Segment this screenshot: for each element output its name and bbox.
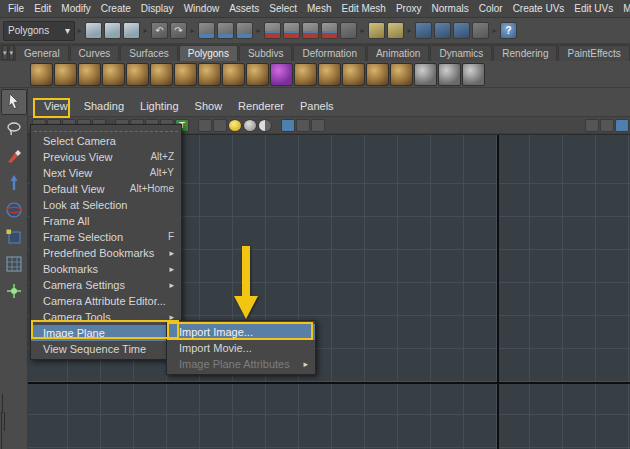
shelf-tab-painteffects[interactable]: PaintEffects (558, 45, 629, 61)
select-object-icon[interactable] (217, 22, 234, 39)
statusline-divider[interactable]: ▸ (75, 21, 84, 41)
shelf-tab-subdivs[interactable]: Subdivs (239, 45, 293, 61)
snap-to-view-plane-icon[interactable] (321, 22, 338, 39)
combine-icon[interactable] (390, 63, 413, 86)
move-tool[interactable] (1, 170, 27, 196)
menu-item-color[interactable]: Color (474, 3, 508, 14)
submenu-item-import-movie[interactable]: Import Movie... (167, 340, 315, 356)
panel-menu-view[interactable]: View (36, 100, 76, 112)
polygon-pipe-icon[interactable] (222, 63, 245, 86)
single-pane-layout-button[interactable] (1, 394, 3, 431)
menu-item-mesh[interactable]: Mesh (302, 3, 336, 14)
panel-menu-show[interactable]: Show (187, 100, 231, 112)
shelf-tab-curves[interactable]: Curves (70, 45, 120, 61)
polygon-pyramid-icon[interactable] (198, 63, 221, 86)
polygon-cylinder-icon[interactable] (78, 63, 101, 86)
shelf-tab-polygons[interactable]: Polygons (179, 45, 238, 61)
shelf-menu-icon[interactable]: ▾ (9, 45, 15, 60)
statusline-divider[interactable]: ▸ (254, 21, 263, 41)
list-input-connections-icon[interactable] (387, 22, 404, 39)
separate-icon[interactable] (414, 63, 437, 86)
menu-set-dropdown[interactable]: Polygons ▾ (3, 21, 75, 41)
select-hierarchy-icon[interactable] (198, 22, 215, 39)
undo-icon[interactable]: ↶ (151, 22, 168, 39)
shaded-mode-icon[interactable] (213, 119, 227, 132)
field-chart-icon[interactable] (296, 119, 310, 132)
statusline-divider[interactable]: ▸ (141, 21, 150, 41)
shelf-tab-dynamics[interactable]: Dynamics (430, 45, 492, 61)
wireframe-icon[interactable] (198, 119, 212, 132)
snap-to-grid-icon[interactable] (264, 22, 281, 39)
menu-item-select-camera[interactable]: Select Camera (31, 133, 181, 149)
menu-tearoff-handle[interactable] (34, 125, 178, 132)
ipr-render-icon[interactable] (453, 22, 470, 39)
polygon-sphere-icon[interactable] (30, 63, 53, 86)
menu-item-proxy[interactable]: Proxy (391, 3, 427, 14)
statusline-divider[interactable]: ▸ (358, 21, 367, 41)
menu-item-predefined-bookmarks[interactable]: Predefined Bookmarks ▸ (31, 245, 181, 261)
quick-help-icon[interactable]: ? (500, 22, 517, 39)
panel-menu-shading[interactable]: Shading (76, 100, 132, 112)
submenu-item-import-image[interactable]: Import Image... (167, 324, 315, 340)
menu-item-frame-selection[interactable]: Frame Selection F (31, 229, 181, 245)
menu-item-camera-attribute-editor[interactable]: Camera Attribute Editor... (31, 293, 181, 309)
scale-tool[interactable] (1, 224, 27, 250)
menu-item-next-view[interactable]: Next View Alt+Y (31, 165, 181, 181)
menu-item-view-sequence-time[interactable]: View Sequence Time (31, 341, 181, 357)
polygon-plane-icon[interactable] (126, 63, 149, 86)
menu-item-create-uvs[interactable]: Create UVs (508, 3, 570, 14)
render-settings-icon[interactable] (472, 22, 489, 39)
menu-item-previous-view[interactable]: Previous View Alt+Z (31, 149, 181, 165)
polygon-cone-icon[interactable] (102, 63, 125, 86)
menu-item-bookmarks[interactable]: Bookmarks ▸ (31, 261, 181, 277)
paint-selection-tool[interactable] (1, 143, 27, 169)
menu-item-edit-mesh[interactable]: Edit Mesh (336, 3, 390, 14)
xray-icon[interactable] (258, 119, 272, 132)
menu-item-edit-uvs[interactable]: Edit UVs (569, 3, 618, 14)
menu-item-assets[interactable]: Assets (224, 3, 264, 14)
panel-menu-lighting[interactable]: Lighting (132, 100, 187, 112)
make-live-icon[interactable] (340, 22, 357, 39)
menu-item-image-plane[interactable]: Image Plane ▸ (31, 325, 181, 341)
menu-item-modify[interactable]: Modify (56, 3, 95, 14)
shelf-tab-deformation[interactable]: Deformation (293, 45, 365, 61)
select-component-icon[interactable] (236, 22, 253, 39)
universal-manipulator-tool[interactable] (1, 251, 27, 277)
panel-menu-renderer[interactable]: Renderer (230, 100, 292, 112)
shelf-tabs-menu-icon[interactable]: ▾ (2, 45, 8, 60)
menu-item-camera-settings[interactable]: Camera Settings ▸ (31, 277, 181, 293)
panel-menu-panels[interactable]: Panels (292, 100, 342, 112)
menu-item-muscle[interactable]: Muscle (618, 3, 630, 14)
open-scene-icon[interactable] (104, 22, 121, 39)
open-render-view-icon[interactable] (415, 22, 432, 39)
save-scene-icon[interactable] (123, 22, 140, 39)
uv-texture-icon[interactable] (270, 63, 293, 86)
redo-icon[interactable]: ↷ (170, 22, 187, 39)
menu-item-window[interactable]: Window (179, 3, 225, 14)
statusline-divider[interactable]: ▸ (490, 21, 499, 41)
shelf-tab-animation[interactable]: Animation (367, 45, 429, 61)
render-current-frame-icon[interactable] (434, 22, 451, 39)
menu-item-look-at-selection[interactable]: Look at Selection (31, 197, 181, 213)
snap-to-curve-icon[interactable] (283, 22, 300, 39)
menu-item-display[interactable]: Display (136, 3, 179, 14)
menu-item-select[interactable]: Select (264, 3, 302, 14)
menu-item-create[interactable]: Create (96, 3, 136, 14)
menu-item-normals[interactable]: Normals (427, 3, 474, 14)
polygon-prism-icon[interactable] (174, 63, 197, 86)
bridge-icon[interactable] (366, 63, 389, 86)
channel-box-toggle-icon[interactable] (615, 119, 629, 132)
use-all-lights-icon[interactable] (228, 119, 242, 132)
layers-toggle-icon[interactable] (600, 119, 614, 132)
shelf-tab-rendering[interactable]: Rendering (493, 45, 557, 61)
statusline-divider[interactable]: ▸ (188, 21, 197, 41)
mirror-icon[interactable] (462, 63, 485, 86)
extrude-icon[interactable] (318, 63, 341, 86)
shelf-tab-general[interactable]: General (15, 45, 69, 61)
menu-item-default-view[interactable]: Default View Alt+Home (31, 181, 181, 197)
rotate-tool[interactable] (1, 197, 27, 223)
snap-to-point-icon[interactable] (302, 22, 319, 39)
outliner-toggle-icon[interactable] (585, 119, 599, 132)
select-tool[interactable] (1, 89, 27, 115)
menu-item-camera-tools[interactable]: Camera Tools ▸ (31, 309, 181, 325)
